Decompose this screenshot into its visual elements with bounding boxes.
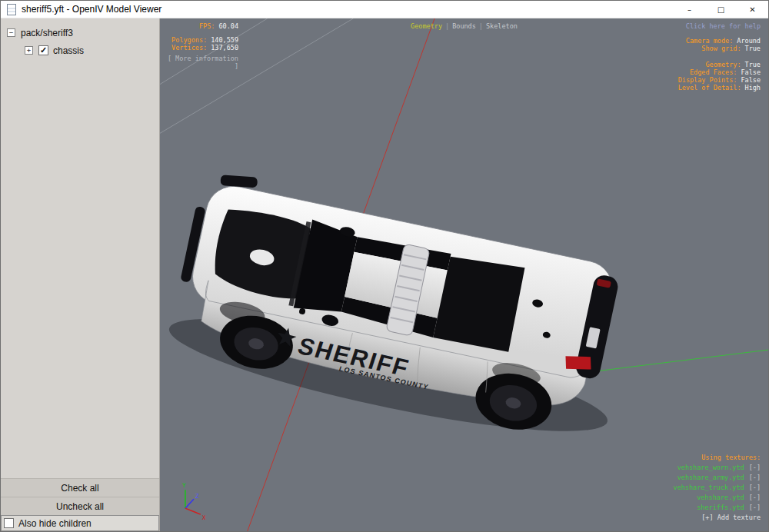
texture-row: vehshare.ytd[-] <box>674 493 761 503</box>
geometry-row[interactable]: Geometry:True <box>678 61 761 68</box>
also-hide-label: Also hide children <box>18 518 92 529</box>
texture-row: vehshare_truck.ytd[-] <box>674 483 761 493</box>
tree-root-label: pack/sheriff3 <box>21 28 73 38</box>
also-hide-children-row[interactable]: Also hide children <box>1 515 159 531</box>
tree-expand-icon[interactable]: + <box>25 46 33 55</box>
texture-row: vehshare_worn.ytd[-] <box>674 463 761 473</box>
textures-header: Using textures: <box>674 453 761 463</box>
car-model: SHERIFF LOS SANTOS COUNTY <box>162 166 642 453</box>
texture-remove-button[interactable]: [-] <box>749 494 761 501</box>
texture-row: sheriffs.ytd[-] <box>674 503 761 513</box>
check-all-button[interactable]: Check all <box>1 478 159 497</box>
chassis-label: chassis <box>53 45 84 56</box>
tab-geometry[interactable]: Geometry <box>411 22 442 30</box>
gizmo-x-label: X <box>202 514 206 521</box>
tree-collapse-icon[interactable]: − <box>7 28 15 37</box>
minimize-button[interactable]: – <box>674 1 705 18</box>
texture-name: vehshare_army.ytd <box>677 474 744 481</box>
view-mode-tabs: Geometry|Bounds|Skeleton <box>160 22 768 30</box>
show-grid-row[interactable]: Show grid:True <box>678 45 761 52</box>
level-of-detail-row[interactable]: Level of Detail:High <box>678 84 761 91</box>
camera-mode-row[interactable]: Camera mode:Around <box>678 37 761 45</box>
tab-skeleton[interactable]: Skeleton <box>486 22 518 30</box>
maximize-button[interactable]: □ <box>705 1 737 18</box>
texture-name: vehshare.ytd <box>697 494 744 501</box>
help-link[interactable]: Click here for help <box>678 22 761 30</box>
app-window: sheriff5.yft - OpenIV Model Viewer – □ ✕… <box>0 0 769 532</box>
vertices-readout: Vertices:137,650 <box>160 44 238 52</box>
3d-viewport[interactable]: SHERIFF LOS SANTOS COUNTY Y Z X FPS:60.0… <box>160 18 768 531</box>
texture-name: sheriffs.ytd <box>697 504 744 511</box>
app-icon <box>7 4 16 15</box>
textures-panel: Using textures: vehshare_worn.ytd[-] veh… <box>674 453 761 523</box>
axis-gizmo: Y Z X <box>182 482 206 521</box>
window-title: sheriff5.yft - OpenIV Model Viewer <box>22 4 161 15</box>
titlebar: sheriff5.yft - OpenIV Model Viewer – □ ✕ <box>1 1 768 18</box>
texture-remove-button[interactable]: [-] <box>749 484 761 491</box>
more-information-link[interactable]: [ More information ] <box>160 55 238 70</box>
settings-panel: Click here for help Camera mode:Around S… <box>678 22 761 91</box>
texture-name: vehshare_worn.ytd <box>677 464 744 471</box>
window-controls: – □ ✕ <box>674 1 768 18</box>
texture-remove-button[interactable]: [-] <box>749 464 761 471</box>
texture-name: vehshare_truck.ytd <box>674 484 744 491</box>
polygons-readout: Polygons:140,559 <box>160 36 238 44</box>
model-tree: − pack/sheriff3 + ✓ chassis <box>1 18 159 59</box>
also-hide-checkbox[interactable] <box>4 518 14 528</box>
texture-row: vehshare_army.ytd[-] <box>674 473 761 483</box>
y-axis-line <box>590 350 768 372</box>
uncheck-all-button[interactable]: Uncheck all <box>1 497 159 515</box>
add-texture-button[interactable]: [+] Add texture <box>674 513 761 523</box>
tab-separator: | <box>445 22 449 30</box>
tree-item-chassis[interactable]: + ✓ chassis <box>1 42 159 59</box>
close-button[interactable]: ✕ <box>737 1 768 18</box>
check-icon: ✓ <box>40 46 47 55</box>
gizmo-y-label: Y <box>182 482 186 489</box>
texture-remove-button[interactable]: [-] <box>749 474 761 481</box>
tab-separator: | <box>479 22 483 30</box>
chassis-checkbox[interactable]: ✓ <box>38 45 48 55</box>
display-points-row[interactable]: Display Points:False <box>678 76 761 84</box>
gizmo-z-label: Z <box>195 493 199 500</box>
sidebar-bottom: Check all Uncheck all Also hide children <box>1 478 159 531</box>
tab-bounds[interactable]: Bounds <box>452 22 476 30</box>
tree-item-root[interactable]: − pack/sheriff3 <box>1 24 159 42</box>
sidebar: − pack/sheriff3 + ✓ chassis Check all Un… <box>1 18 160 531</box>
edged-faces-row[interactable]: Edged Faces:False <box>678 68 761 76</box>
texture-remove-button[interactable]: [-] <box>749 504 761 511</box>
